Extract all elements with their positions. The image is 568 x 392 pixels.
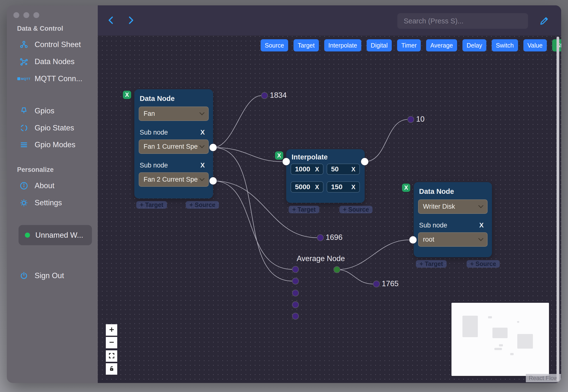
search-input[interactable] <box>397 13 528 29</box>
interpolate-input-2[interactable]: 5000 X <box>291 181 323 193</box>
remove-sub-node-button[interactable]: X <box>200 129 208 136</box>
add-switch-node-button[interactable]: Switch <box>492 39 518 51</box>
remove-value-button[interactable]: X <box>315 183 319 191</box>
sidebar-item-about[interactable]: About <box>19 180 54 191</box>
forward-button[interactable] <box>124 14 137 27</box>
sidebar-item-gpio-modes[interactable]: Gpio Modes <box>19 140 75 150</box>
minus-icon <box>108 339 115 347</box>
add-value-node-button[interactable]: Value <box>523 39 547 51</box>
sidebar-item-gpios[interactable]: Gpios <box>19 106 54 116</box>
add-average-node-button[interactable]: Average <box>426 39 457 51</box>
gear-icon <box>19 198 29 208</box>
add-target-node-button[interactable]: Target <box>293 39 319 51</box>
sidebar-item-control-sheet[interactable]: Control Sheet <box>19 39 81 50</box>
value-label-10: 10 <box>416 115 424 124</box>
chevron-down-icon <box>478 236 484 241</box>
sidebar-item-sign-out[interactable]: Sign Out <box>19 270 64 281</box>
sidebar-item-workspace[interactable]: Unnamed W... <box>18 225 92 245</box>
writer-sub-node-select[interactable]: root <box>418 232 487 247</box>
add-digital-node-button[interactable]: Digital <box>367 39 392 51</box>
writer-data-node[interactable]: Data Node Writer Disk Sub node X root <box>414 182 492 257</box>
info-icon <box>19 181 29 191</box>
sidebar-item-label: Control Sheet <box>35 40 81 49</box>
remove-value-button[interactable]: X <box>315 166 319 173</box>
sidebar-item-settings[interactable]: Settings <box>19 197 62 208</box>
fit-view-icon <box>108 352 115 360</box>
fan-add-target-button[interactable]: + Target <box>136 201 167 209</box>
zoom-out-button[interactable] <box>106 337 117 348</box>
remove-value-button[interactable]: X <box>351 183 355 191</box>
zoom-window-icon[interactable] <box>33 12 39 18</box>
average-input-handle-3[interactable] <box>292 290 298 296</box>
zoom-in-button[interactable] <box>106 324 117 336</box>
sidebar: Data & Control Control Sheet Data Nodes … <box>7 5 98 383</box>
average-input-handle-4[interactable] <box>292 302 298 308</box>
close-window-icon[interactable] <box>14 12 19 18</box>
sidebar-item-label: Data Nodes <box>35 57 75 66</box>
fan-sub-node-1-source-handle[interactable] <box>209 144 217 151</box>
interpolate-output-1[interactable]: 50 X <box>327 164 360 175</box>
value-dot-1765[interactable] <box>374 281 379 287</box>
minimap-interpolate-node <box>492 328 508 338</box>
delete-writer-node-button[interactable]: X <box>402 183 410 192</box>
edge-average-1765 <box>337 270 374 284</box>
fan-type-select[interactable]: Fan <box>139 107 209 121</box>
edge-fan2-average <box>213 181 292 269</box>
main-area: Source Target Interpolate Digital Timer … <box>98 5 561 383</box>
fan-sub-node-2-select[interactable]: Fan 2 Current Spe <box>139 172 209 187</box>
minimap-value-1834 <box>488 316 492 318</box>
interpolate-target-handle[interactable] <box>283 158 290 165</box>
edge-fan1-interpolate <box>213 147 283 162</box>
value-dot-1696[interactable] <box>318 235 323 241</box>
flow-canvas[interactable]: Source Target Interpolate Digital Timer … <box>98 36 561 383</box>
interpolate-output-2[interactable]: 150 X <box>327 181 360 193</box>
average-node-title: Average Node <box>297 254 345 263</box>
delete-fan-node-button[interactable]: X <box>123 91 131 99</box>
fan-sub-node-2-source-handle[interactable] <box>209 177 217 184</box>
writer-target-handle[interactable] <box>409 236 417 244</box>
fit-view-button[interactable] <box>106 350 117 362</box>
interpolate-node[interactable]: Interpolate 1000 X 50 X 5000 X <box>286 149 365 203</box>
edit-button[interactable] <box>537 13 552 29</box>
interpolate-input-1[interactable]: 1000 X <box>291 164 323 175</box>
interpolate-source-handle[interactable] <box>361 158 368 165</box>
value-dot-10[interactable] <box>408 116 414 122</box>
minimap-value-10 <box>517 321 519 323</box>
react-flow-attribution[interactable]: React Flow <box>526 374 561 382</box>
minimize-window-icon[interactable] <box>23 12 29 18</box>
add-interpolate-node-button[interactable]: Interpolate <box>324 39 361 51</box>
writer-add-source-button[interactable]: + Source <box>467 260 500 268</box>
remove-sub-node-button[interactable]: X <box>200 162 208 169</box>
value-dot-1834[interactable] <box>262 93 267 98</box>
fan-sub-node-1-select[interactable]: Fan 1 Current Spe <box>139 140 209 154</box>
fan-data-node[interactable]: Data Node Fan Sub node X Fan 1 Current S… <box>134 89 213 198</box>
sidebar-item-label: MQTT Conn... <box>35 74 83 83</box>
vertical-scrollbar[interactable] <box>556 37 559 381</box>
fan-add-source-button[interactable]: + Source <box>186 201 219 209</box>
remove-sub-node-button[interactable]: X <box>479 222 486 229</box>
sidebar-item-gpio-states[interactable]: Gpio States <box>19 123 74 133</box>
minimap-fan-node <box>462 316 478 337</box>
minimap[interactable] <box>451 303 549 376</box>
add-source-node-button[interactable]: Source <box>261 39 288 51</box>
delete-interpolate-node-button[interactable]: X <box>275 151 283 160</box>
interpolate-add-target-button[interactable]: + Target <box>289 206 319 213</box>
add-timer-node-button[interactable]: Timer <box>397 39 421 51</box>
node-title: Data Node <box>139 95 209 103</box>
writer-add-target-button[interactable]: + Target <box>416 260 447 268</box>
average-input-handle-2[interactable] <box>292 278 298 284</box>
sidebar-item-mqtt[interactable]: MQTT MQTT Conn... <box>19 73 83 84</box>
back-button[interactable] <box>105 14 118 27</box>
lock-toggle-button[interactable] <box>106 363 117 375</box>
average-output-handle[interactable] <box>334 267 340 273</box>
lines-icon <box>19 140 29 150</box>
pin-icon <box>19 106 29 116</box>
add-delay-node-button[interactable]: Delay <box>462 39 486 51</box>
sidebar-item-data-nodes[interactable]: Data Nodes <box>19 56 75 67</box>
writer-type-select[interactable]: Writer Disk <box>418 199 487 214</box>
interpolate-add-source-button[interactable]: + Source <box>339 206 373 213</box>
average-input-handle-1[interactable] <box>292 266 298 272</box>
sidebar-item-label: Gpios <box>35 107 54 115</box>
average-input-handle-5[interactable] <box>292 313 298 319</box>
remove-value-button[interactable]: X <box>351 166 355 173</box>
